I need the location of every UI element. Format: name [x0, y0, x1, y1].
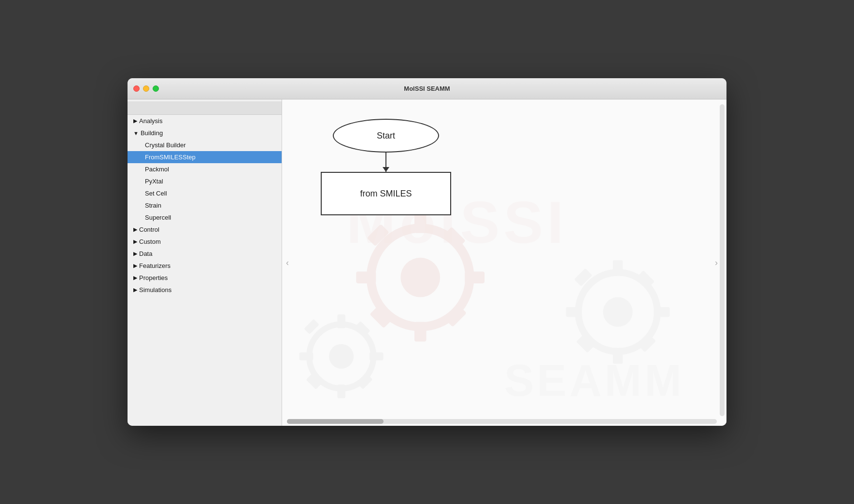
sidebar-item-label: PyXtal [145, 178, 163, 185]
flow-start-node[interactable]: Start [333, 119, 439, 153]
svg-rect-25 [566, 307, 582, 317]
window-title: MolSSI SEAMM [404, 85, 450, 92]
app-window: MolSSI SEAMM ▶ Analysis ▼ Building Cryst… [128, 78, 726, 426]
sidebar-item-label: Analysis [139, 117, 162, 125]
sidebar: ▶ Analysis ▼ Building Crystal Builder Fr… [128, 99, 282, 426]
main-content: ▶ Analysis ▼ Building Crystal Builder Fr… [128, 99, 726, 426]
svg-rect-19 [304, 319, 319, 335]
canvas-nav-right[interactable]: › [715, 258, 718, 268]
svg-rect-17 [306, 374, 322, 390]
svg-rect-15 [299, 352, 313, 360]
sidebar-item-from-smiles-step[interactable]: FromSMILESStep [128, 151, 282, 163]
sidebar-item-label: Properties [139, 274, 168, 281]
svg-rect-4 [465, 271, 484, 283]
flow-arrow-1 [385, 153, 386, 172]
sidebar-item-crystal-builder[interactable]: Crystal Builder [128, 139, 282, 151]
svg-rect-9 [367, 224, 389, 246]
sidebar-item-building[interactable]: ▼ Building [128, 127, 282, 139]
sidebar-item-packmol[interactable]: Packmol [128, 163, 282, 175]
svg-rect-29 [574, 268, 593, 287]
sidebar-item-data[interactable]: ▶ Data [128, 248, 282, 260]
sidebar-item-label: Supercell [145, 214, 171, 221]
vertical-scrollbar[interactable] [720, 104, 725, 416]
sidebar-item-analysis[interactable]: ▶ Analysis [128, 115, 282, 127]
svg-rect-12 [337, 314, 345, 328]
arrow-icon: ▶ [133, 263, 137, 269]
horizontal-scrollbar[interactable] [287, 419, 717, 424]
svg-point-20 [578, 272, 657, 351]
minimize-button[interactable] [143, 85, 149, 92]
svg-text:SEAMM: SEAMM [504, 356, 684, 405]
flow-start-label: Start [377, 131, 395, 141]
sidebar-header [128, 101, 282, 115]
horizontal-scrollbar-thumb[interactable] [287, 419, 384, 424]
flow-from-smiles-node[interactable]: from SMILES [321, 172, 451, 215]
svg-rect-2 [414, 213, 427, 233]
arrow-icon: ▶ [133, 226, 137, 233]
sidebar-item-properties[interactable]: ▶ Properties [128, 272, 282, 284]
svg-rect-8 [444, 305, 467, 327]
close-button[interactable] [133, 85, 140, 92]
sidebar-item-label: Simulations [139, 286, 171, 294]
svg-rect-22 [613, 260, 623, 276]
sidebar-item-label: Strain [145, 202, 161, 209]
arrow-icon: ▶ [133, 251, 137, 257]
sidebar-item-strain[interactable]: Strain [128, 199, 282, 211]
canvas-nav-left[interactable]: ‹ [286, 258, 289, 268]
svg-point-0 [371, 228, 470, 326]
sidebar-item-control[interactable]: ▶ Control [128, 224, 282, 236]
svg-rect-27 [576, 335, 595, 353]
sidebar-item-label: Featurizers [139, 262, 171, 269]
sidebar-item-label: Building [141, 129, 163, 137]
sidebar-item-label: Control [139, 226, 159, 233]
arrow-icon: ▶ [133, 287, 137, 293]
traffic-lights [133, 85, 159, 92]
svg-rect-3 [414, 322, 427, 342]
maximize-button[interactable] [153, 85, 159, 92]
sidebar-item-pyxtal[interactable]: PyXtal [128, 175, 282, 187]
svg-rect-7 [370, 306, 392, 328]
sidebar-item-set-cell[interactable]: Set Cell [128, 187, 282, 199]
arrow-icon: ▶ [133, 238, 137, 245]
svg-rect-24 [654, 307, 670, 317]
arrow-icon: ▼ [133, 130, 139, 136]
titlebar: MolSSI SEAMM [128, 78, 726, 99]
svg-rect-16 [355, 321, 370, 336]
svg-rect-26 [637, 270, 655, 289]
flow-step-label: from SMILES [360, 189, 412, 199]
svg-rect-23 [613, 348, 623, 364]
sidebar-item-label: Custom [139, 238, 161, 245]
sidebar-item-custom[interactable]: ▶ Custom [128, 236, 282, 248]
svg-point-11 [329, 344, 354, 369]
sidebar-item-featurizers[interactable]: ▶ Featurizers [128, 260, 282, 272]
sidebar-item-label: FromSMILESStep [145, 154, 196, 161]
flowchart: Start from SMILES [321, 119, 451, 215]
svg-point-10 [309, 324, 373, 389]
svg-rect-5 [356, 271, 376, 283]
svg-rect-18 [357, 374, 373, 390]
svg-rect-13 [337, 384, 345, 398]
sidebar-item-label: Set Cell [145, 190, 167, 197]
arrow-icon: ▶ [133, 275, 137, 281]
sidebar-item-supercell[interactable]: Supercell [128, 211, 282, 224]
sidebar-item-label: Crystal Builder [145, 141, 186, 149]
sidebar-item-simulations[interactable]: ▶ Simulations [128, 284, 282, 296]
svg-rect-14 [370, 352, 384, 360]
sidebar-item-label: Data [139, 250, 152, 257]
svg-point-1 [400, 258, 440, 297]
svg-point-21 [603, 297, 632, 327]
canvas-area[interactable]: MolSSI SEAMM Start from SMILES ‹ › [282, 99, 726, 426]
svg-rect-6 [443, 227, 466, 249]
sidebar-item-label: Packmol [145, 166, 169, 173]
arrow-icon: ▶ [133, 118, 137, 124]
svg-rect-28 [638, 334, 656, 352]
